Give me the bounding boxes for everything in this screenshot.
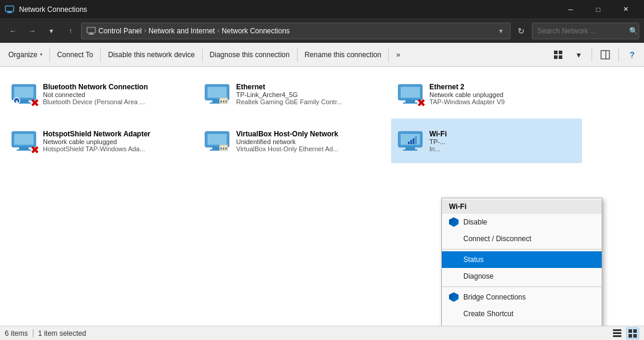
- connection-hotspot[interactable]: ✖ HotspotShield Network Adapter Network …: [5, 118, 196, 163]
- ethernet-type: Realtek Gaming GbE Family Contr...: [236, 98, 384, 105]
- connection-bluetooth[interactable]: ʙ ✖ Bluetooth Network Connection Not con…: [5, 71, 196, 116]
- ethernet-info: Ethernet TP-Link_Archer4_5G Realtek Gami…: [236, 83, 384, 105]
- bluetooth-info: Bluetooth Network Connection Not connect…: [43, 83, 191, 105]
- ctx-delete: Delete: [442, 322, 602, 326]
- ctx-icon-shortcut: [449, 309, 459, 319]
- ctx-connect-disconnect[interactable]: Connect / Disconnect: [442, 230, 602, 247]
- grid-view-button[interactable]: [626, 327, 639, 339]
- virtualbox-type: VirtualBox Host-Only Ethernet Ad...: [236, 145, 384, 152]
- history-dropdown-button[interactable]: ▾: [43, 23, 60, 39]
- change-view-button[interactable]: [549, 45, 568, 64]
- svg-rect-4: [89, 33, 93, 34]
- svg-rect-55: [628, 334, 632, 338]
- diagnose-button[interactable]: Diagnose this connection: [204, 44, 296, 65]
- svg-rect-7: [559, 51, 562, 54]
- wifi-info: Wi-Fi TP-... In...: [429, 130, 577, 152]
- bluetooth-status: Not connected: [43, 91, 191, 98]
- connection-wifi[interactable]: Wi-Fi TP-... In...: [391, 118, 582, 163]
- svg-rect-3: [87, 27, 95, 33]
- svg-rect-49: [415, 136, 417, 144]
- virtualbox-info: VirtualBox Host-Only Network Unidentifie…: [236, 130, 384, 152]
- svg-rect-41: [225, 148, 227, 149]
- help-button[interactable]: ?: [623, 45, 642, 64]
- back-button[interactable]: ←: [5, 23, 21, 39]
- list-view-button[interactable]: [611, 327, 624, 339]
- close-button[interactable]: ✕: [612, 0, 639, 19]
- svg-rect-0: [5, 6, 14, 11]
- wifi-status: TP-...: [429, 138, 577, 145]
- hotspot-status: Network cable unplugged: [43, 138, 191, 145]
- context-menu-header: Wi-Fi: [442, 199, 602, 214]
- address-bar: ← → ▾ ↑ Control Panel › Network and Inte…: [0, 19, 644, 43]
- search-input[interactable]: [537, 27, 627, 35]
- ethernet2-icon-wrapper: ✖: [396, 80, 425, 108]
- toolbar-separator-right: [592, 48, 592, 62]
- ctx-status[interactable]: Status: [442, 251, 602, 268]
- hotspot-name: HotspotShield Network Adapter: [43, 130, 191, 138]
- ctx-disable[interactable]: Disable: [442, 214, 602, 230]
- ethernet2-type: TAP-Windows Adapter V9: [429, 98, 577, 105]
- virtualbox-name: VirtualBox Host-Only Network: [236, 130, 384, 138]
- forward-button[interactable]: →: [24, 23, 41, 39]
- ethernet2-info: Ethernet 2 Network cable unplugged TAP-W…: [429, 83, 577, 105]
- path-control-panel: Control Panel: [98, 27, 142, 35]
- preview-pane-button[interactable]: [596, 45, 615, 64]
- svg-rect-51: [613, 332, 621, 334]
- svg-rect-45: [403, 149, 417, 151]
- connect-to-button[interactable]: Connect To: [51, 44, 100, 65]
- svg-text:ʙ: ʙ: [16, 99, 18, 104]
- bluetooth-type: Bluetooth Device (Personal Area ...: [43, 98, 191, 105]
- svg-rect-50: [613, 329, 621, 331]
- ethernet-icon-wrapper: [203, 80, 231, 108]
- toolbar-separator-2: [100, 48, 101, 62]
- minimize-button[interactable]: ─: [557, 0, 584, 19]
- svg-rect-56: [633, 334, 637, 338]
- svg-rect-54: [633, 329, 637, 333]
- toolbar-separator-right2: [618, 48, 619, 62]
- red-x-badge-hotspot: ✖: [30, 144, 39, 157]
- search-icon: 🔍: [629, 27, 638, 35]
- svg-rect-39: [221, 148, 222, 149]
- up-button[interactable]: ↑: [62, 23, 79, 39]
- wifi-name: Wi-Fi: [429, 130, 577, 138]
- wifi-type: In...: [429, 145, 577, 152]
- toolbar-separator-3: [202, 48, 203, 62]
- computer-icon-virtualbox: [203, 127, 231, 155]
- svg-rect-5: [88, 34, 94, 35]
- svg-rect-48: [413, 138, 414, 144]
- toolbar-separator-1: [49, 48, 50, 62]
- ethernet2-name: Ethernet 2: [429, 83, 577, 91]
- svg-rect-33: [17, 149, 31, 151]
- connection-virtualbox[interactable]: VirtualBox Host-Only Network Unidentifie…: [198, 118, 389, 163]
- window-controls: ─ □ ✕: [557, 0, 639, 19]
- virtualbox-icon-wrapper: [203, 127, 231, 155]
- ctx-diagnose[interactable]: Diagnose: [442, 268, 602, 285]
- svg-rect-25: [225, 101, 227, 102]
- app-icon: [5, 5, 14, 14]
- virtualbox-status: Unidentified network: [236, 138, 384, 145]
- path-icon: [86, 26, 96, 36]
- ctx-create-shortcut[interactable]: Create Shortcut: [442, 305, 602, 322]
- connection-ethernet2[interactable]: ✖ Ethernet 2 Network cable unplugged TAP…: [391, 71, 582, 116]
- disable-device-button[interactable]: Disable this network device: [102, 44, 200, 65]
- svg-rect-35: [208, 134, 227, 145]
- svg-rect-9: [559, 55, 562, 59]
- organize-button[interactable]: Organize ▾: [2, 44, 48, 65]
- ctx-icon-status: [449, 255, 459, 264]
- status-divider-1: [33, 329, 33, 338]
- connection-ethernet[interactable]: Ethernet TP-Link_Archer4_5G Realtek Gami…: [198, 71, 389, 116]
- view-dropdown-button[interactable]: ▾: [569, 45, 588, 64]
- hotspot-type: HotspotShield TAP-Windows Ada...: [43, 145, 191, 152]
- status-bar: 6 items 1 item selected: [0, 326, 644, 340]
- path-network-connections: Network Connections: [222, 27, 290, 35]
- ctx-bridge[interactable]: Bridge Connections: [442, 289, 602, 305]
- rename-button[interactable]: Rename this connection: [299, 44, 388, 65]
- maximize-button[interactable]: □: [584, 0, 612, 19]
- refresh-button[interactable]: ↻: [513, 23, 530, 39]
- shield-icon-bridge: [449, 292, 459, 302]
- search-box[interactable]: 🔍: [532, 23, 639, 39]
- address-path[interactable]: Control Panel › Network and Internet › N…: [81, 23, 510, 39]
- path-dropdown-arrow[interactable]: ▾: [497, 26, 505, 36]
- path-network-internet: Network and Internet: [148, 27, 215, 35]
- more-button[interactable]: »: [390, 44, 406, 65]
